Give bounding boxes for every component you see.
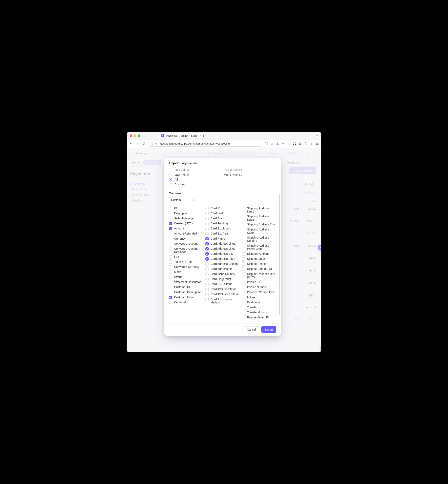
- column-checkbox-row[interactable]: Card AVS Line1 Status: [205, 292, 240, 297]
- previous-button[interactable]: Previous: [287, 316, 303, 321]
- column-checkbox-row[interactable]: Dispute Evidence Due (UTC): [242, 271, 276, 279]
- column-checkbox-row[interactable]: Card Last4: [205, 211, 240, 216]
- column-checkbox-row[interactable]: Shipping Address Postal Code: [242, 243, 276, 251]
- hamburger-menu-icon[interactable]: [315, 142, 319, 145]
- column-checkbox-row[interactable]: Dispute Reason: [242, 262, 276, 266]
- column-checkbox-row[interactable]: Card Address Line1: [205, 241, 240, 246]
- profile-icon[interactable]: [312, 151, 316, 155]
- test-mode-toggle[interactable]: [310, 161, 316, 164]
- column-checkbox-row[interactable]: Amount Refunded: [169, 231, 203, 236]
- download-icon[interactable]: [276, 142, 279, 145]
- column-checkbox-row[interactable]: Converted Currency: [169, 264, 203, 270]
- column-checkbox-row[interactable]: Amount: [169, 226, 203, 231]
- sidebar-item-overview[interactable]: Overview: [130, 181, 160, 186]
- close-window-button[interactable]: [130, 134, 132, 137]
- column-checkbox-row[interactable]: Transfer: [242, 305, 276, 310]
- column-checkbox-row[interactable]: Dispute Status: [242, 256, 276, 262]
- column-checkbox-row[interactable]: Card Exp Month: [205, 226, 240, 231]
- column-checkbox-row[interactable]: Converted Amount Refunded: [169, 246, 203, 254]
- column-checkbox-row[interactable]: Fee: [169, 254, 203, 259]
- reload-button[interactable]: [142, 142, 146, 145]
- column-checkbox-row[interactable]: Captured: [169, 300, 203, 305]
- org-switcher[interactable]: Faraday: [136, 152, 150, 155]
- column-checkbox-row[interactable]: Card Issue Country: [205, 271, 240, 277]
- columns-preset-select[interactable]: Custom: [169, 197, 196, 203]
- column-checkbox-row[interactable]: Card Funding: [205, 221, 240, 226]
- close-tab-icon[interactable]: ✕: [199, 134, 201, 137]
- column-checkbox-row[interactable]: Shipping Address Line1: [242, 206, 276, 214]
- maximize-window-button[interactable]: [138, 134, 140, 137]
- column-checkbox-row[interactable]: Customer ID: [169, 285, 203, 290]
- overflow-chevron-icon[interactable]: »: [310, 142, 313, 145]
- export-button[interactable]: Export: [261, 326, 276, 333]
- tab-developers[interactable]: Developers: [287, 161, 301, 164]
- tab-home[interactable]: Home: [132, 161, 140, 164]
- column-checkbox-row[interactable]: Invoice Number: [242, 285, 276, 290]
- url-field[interactable]: https://dashboard.stripe.com/payments?st…: [148, 141, 262, 147]
- column-checkbox-row[interactable]: Card Address State: [205, 256, 240, 262]
- extension-icon-2[interactable]: [287, 142, 290, 145]
- column-checkbox-row[interactable]: Dispute Date (UTC): [242, 266, 276, 271]
- filter-chip-failed[interactable]: Failed: [302, 181, 316, 187]
- column-checkbox-row[interactable]: Taxes On Fee: [169, 259, 203, 264]
- extension-icon-1[interactable]: ✚: [281, 142, 285, 145]
- column-checkbox-row[interactable]: Shipping Address Line2: [242, 214, 276, 222]
- cancel-button[interactable]: Cancel: [244, 326, 259, 333]
- column-checkbox-row[interactable]: Shipping Address City: [242, 222, 276, 227]
- column-checkbox-row[interactable]: Converted Amount: [169, 241, 203, 246]
- column-checkbox-row[interactable]: Customer Email: [169, 295, 203, 300]
- column-checkbox-row[interactable]: Card Fingerprint: [205, 277, 240, 282]
- column-checkbox-row[interactable]: Card Name: [205, 236, 240, 241]
- back-button[interactable]: [129, 142, 133, 145]
- date-range-option[interactable]: All: [169, 177, 276, 182]
- tabs-dropdown-icon[interactable]: [315, 134, 318, 137]
- column-checkbox-row[interactable]: Currency: [169, 236, 203, 241]
- minimize-window-button[interactable]: [134, 134, 136, 137]
- column-checkbox-row[interactable]: Status: [169, 275, 203, 279]
- sidebar-item-payment-links[interactable]: Payment links: [130, 192, 160, 198]
- scrollbar-thumb[interactable]: [279, 194, 280, 315]
- column-checkbox-row[interactable]: Shipping Address Country: [242, 235, 276, 243]
- help-button[interactable]: ? Help: [287, 151, 296, 155]
- column-checkbox-row[interactable]: Transfer Group: [242, 310, 276, 315]
- column-checkbox-row[interactable]: Card Address Zip: [205, 266, 240, 271]
- column-checkbox-row[interactable]: ID: [169, 206, 203, 211]
- sidebar-item-fraud-risk[interactable]: Fraud & risk: [130, 186, 160, 192]
- create-button[interactable]: Create: [265, 151, 282, 156]
- column-checkbox-row[interactable]: Invoice ID: [242, 279, 276, 285]
- column-checkbox-row[interactable]: Card Tokenization Method: [205, 297, 240, 305]
- date-range-option[interactable]: Custom: [169, 182, 276, 187]
- extension-circle-icon[interactable]: [298, 142, 302, 145]
- floating-add-button[interactable]: +: [318, 245, 321, 250]
- tab-payments[interactable]: Payments: [143, 160, 161, 165]
- extensions-icon[interactable]: [304, 142, 307, 145]
- column-checkbox-row[interactable]: Card Address Line2: [205, 246, 240, 251]
- column-checkbox-row[interactable]: Card Exp Year: [205, 231, 240, 236]
- column-checkbox-row[interactable]: Statement Descriptor: [169, 279, 203, 285]
- column-checkbox-row[interactable]: Destination: [242, 300, 276, 305]
- qr-code-icon[interactable]: [264, 142, 268, 145]
- column-checkbox-row[interactable]: Shipping Address State: [242, 227, 276, 235]
- column-checkbox-row[interactable]: Seller Message: [169, 216, 203, 221]
- date-range-option[interactable]: Last month Mar 1–Mar 31: [169, 172, 276, 177]
- column-checkbox-row[interactable]: Is Link: [242, 295, 276, 300]
- column-checkbox-row[interactable]: Created (UTC): [169, 221, 203, 226]
- column-checkbox-row[interactable]: Payment Source Type: [242, 290, 276, 295]
- next-button[interactable]: Next: [305, 316, 316, 321]
- column-checkbox-row[interactable]: PaymentIntent ID: [242, 315, 276, 320]
- settings-gear-icon[interactable]: [306, 151, 309, 155]
- notifications-icon[interactable]: [299, 151, 303, 155]
- apps-grid-icon[interactable]: [293, 142, 296, 145]
- help-widget-icon[interactable]: [320, 347, 321, 352]
- column-checkbox-row[interactable]: Card Brand: [205, 216, 240, 221]
- column-checkbox-row[interactable]: Card Address City: [205, 251, 240, 256]
- column-checkbox-row[interactable]: Card CVC Status: [205, 282, 240, 287]
- create-payment-button[interactable]: Create payment: [289, 167, 316, 174]
- column-checkbox-row[interactable]: Description: [169, 211, 203, 216]
- column-checkbox-row[interactable]: Customer Description: [169, 290, 203, 295]
- column-checkbox-row[interactable]: Card AVS Zip Status: [205, 287, 240, 292]
- column-checkbox-row[interactable]: Disputed Amount: [242, 251, 276, 256]
- sidebar-item-readers[interactable]: Readers: [130, 198, 160, 203]
- date-range-option[interactable]: Last 7 days Apr 9–Apr 15: [169, 167, 276, 172]
- search-input[interactable]: Search...: [207, 150, 256, 156]
